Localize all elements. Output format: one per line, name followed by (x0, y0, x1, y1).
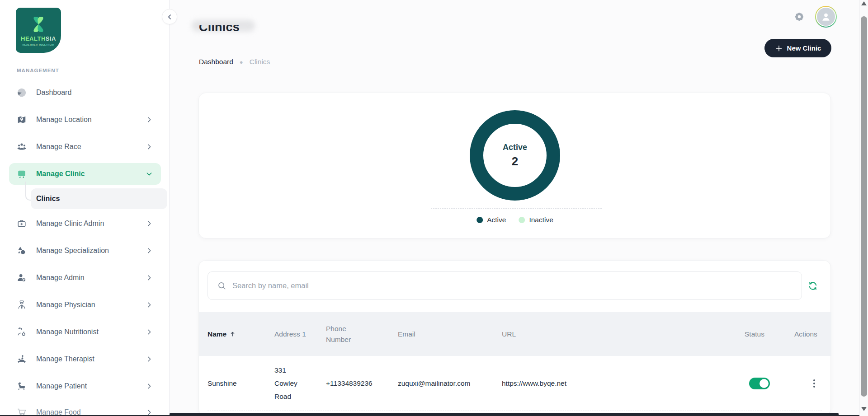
vertical-scrollbar[interactable] (859, 0, 868, 416)
doctor-icon (17, 300, 27, 310)
chevron-right-icon (146, 247, 153, 254)
breadcrumb-dashboard-link[interactable]: Dashboard (199, 58, 233, 66)
search-input[interactable] (232, 281, 802, 290)
column-header-email: Email (398, 329, 502, 340)
cell-clinic-name: Sunshine (208, 377, 274, 390)
sidebar-item-label: Manage Specialization (36, 247, 109, 255)
sidebar-item-manage-clinic[interactable]: Manage Clinic (9, 163, 161, 185)
nutritionist-icon (17, 327, 27, 337)
gauge-icon (17, 88, 27, 98)
page-title: Clinics (199, 25, 240, 34)
sidebar-item-manage-nutritionist[interactable]: Manage Nutritionist (0, 321, 170, 343)
sidebar-item-manage-physician[interactable]: Manage Physician (0, 294, 170, 316)
sidebar-item-label: Manage Therapist (36, 355, 94, 363)
chevron-right-icon (146, 143, 153, 150)
chevron-right-icon (146, 383, 153, 390)
cell-url: https://www.byqe.net (502, 377, 745, 390)
clinic-status-chart-card: Active 2 Active Inactive (198, 93, 831, 238)
chart-legend-divider (431, 208, 602, 209)
legend-inactive-label: Inactive (529, 216, 553, 224)
shapes-icon (17, 246, 27, 256)
patient-chair-icon (17, 381, 27, 391)
cell-phone: +11334839236 (326, 377, 398, 390)
sidebar-item-manage-admin[interactable]: Manage Admin (0, 267, 170, 289)
column-header-name-label: Name (208, 329, 226, 340)
cell-address1: 331 Cowley Road (274, 364, 326, 403)
sidebar-item-label: Manage Nutritionist (36, 328, 99, 336)
sidebar-collapse-button[interactable] (162, 9, 177, 24)
row-divider (208, 411, 822, 411)
brand-name: HEALTHSIA (21, 35, 56, 42)
chevron-right-icon (146, 274, 153, 281)
sidebar-item-label: Manage Clinic Admin (36, 220, 104, 228)
donut-center-label: Active 2 (470, 110, 560, 201)
first-aid-case-icon (17, 219, 27, 229)
refresh-button[interactable] (807, 280, 819, 292)
legend-item-active[interactable]: Active (476, 216, 506, 224)
cell-status (745, 378, 794, 389)
column-header-url: URL (502, 329, 745, 340)
brand-tagline: HEALTHIER TOGETHER! (23, 43, 54, 46)
chevron-right-icon (146, 328, 153, 336)
legend-active-label: Active (487, 216, 506, 224)
status-toggle-on[interactable] (749, 378, 770, 389)
sidebar-item-label: Manage Patient (36, 382, 87, 390)
sidebar-item-manage-specialization[interactable]: Manage Specialization (0, 240, 170, 262)
sidebar-subitem-clinics[interactable]: Clinics (31, 188, 167, 209)
chevron-down-icon (146, 170, 153, 178)
person-icon (820, 11, 832, 23)
refresh-icon (807, 280, 819, 292)
scrollbar-down-arrow[interactable] (861, 407, 867, 411)
chevron-right-icon (146, 220, 153, 227)
search-icon (217, 281, 227, 291)
sidebar-item-manage-patient[interactable]: Manage Patient (0, 375, 170, 397)
column-header-status: Status (745, 329, 794, 340)
chart-legend: Active Inactive (476, 216, 553, 224)
sidebar-item-manage-location[interactable]: Manage Location (0, 109, 170, 131)
sidebar-item-dashboard[interactable]: Dashboard (0, 82, 170, 103)
sidebar-item-label: Manage Clinic (36, 170, 85, 178)
column-header-phone: Phone Number (326, 323, 398, 345)
sidebar-item-label: Manage Location (36, 116, 92, 124)
people-icon (17, 142, 27, 152)
therapist-icon (17, 354, 27, 364)
scrollbar-up-arrow[interactable] (861, 1, 867, 5)
column-header-name[interactable]: Name (208, 329, 274, 340)
app-screen: HEALTHSIA HEALTHIER TOGETHER! MANAGEMENT… (0, 0, 868, 416)
legend-inactive-dot (519, 217, 525, 223)
breadcrumb: Dashboard ● Clinics (199, 58, 270, 66)
legend-item-inactive[interactable]: Inactive (519, 216, 553, 224)
sidebar-item-manage-therapist[interactable]: Manage Therapist (0, 348, 170, 370)
clinics-table-card: Name Address 1 Phone Number Email URL St… (198, 260, 831, 416)
donut-active-value: 2 (512, 154, 518, 168)
clinic-board-icon (17, 169, 27, 179)
person-plus-icon (17, 273, 27, 283)
search-box (208, 271, 802, 300)
sidebar-item-manage-clinic-admin[interactable]: Manage Clinic Admin (0, 213, 170, 234)
gear-icon (793, 11, 805, 23)
chevron-right-icon (146, 355, 153, 363)
map-icon (17, 115, 27, 125)
sidebar-item-label: Dashboard (36, 89, 71, 97)
new-clinic-button[interactable]: New Clinic (764, 39, 831, 57)
sidebar-item-manage-food[interactable]: Manage Food (0, 402, 170, 416)
row-actions-menu-button[interactable] (809, 377, 820, 390)
column-header-actions: Actions (794, 329, 830, 340)
scrollbar-thumb[interactable] (861, 16, 867, 397)
new-clinic-button-label: New Clinic (787, 44, 821, 52)
page-title-container: Clinics (199, 25, 240, 42)
table-row: Sunshine 331 Cowley Road +11334839236 zu… (199, 356, 831, 411)
user-avatar[interactable] (815, 6, 837, 28)
legend-active-dot (476, 217, 483, 223)
sidebar: HEALTHSIA HEALTHIER TOGETHER! MANAGEMENT… (0, 0, 170, 416)
table-header-row: Name Address 1 Phone Number Email URL St… (199, 312, 831, 356)
toggle-knob (760, 379, 769, 388)
sidebar-item-manage-race[interactable]: Manage Race (0, 136, 170, 158)
sort-ascending-icon (229, 331, 236, 337)
breadcrumb-current: Clinics (250, 58, 270, 66)
brand-logo[interactable]: HEALTHSIA HEALTHIER TOGETHER! (16, 8, 61, 53)
donut-active-label: Active (503, 143, 527, 152)
sidebar-item-label: Manage Race (36, 143, 81, 151)
settings-button[interactable] (793, 11, 805, 23)
sidebar-subitem-label: Clinics (36, 195, 60, 203)
